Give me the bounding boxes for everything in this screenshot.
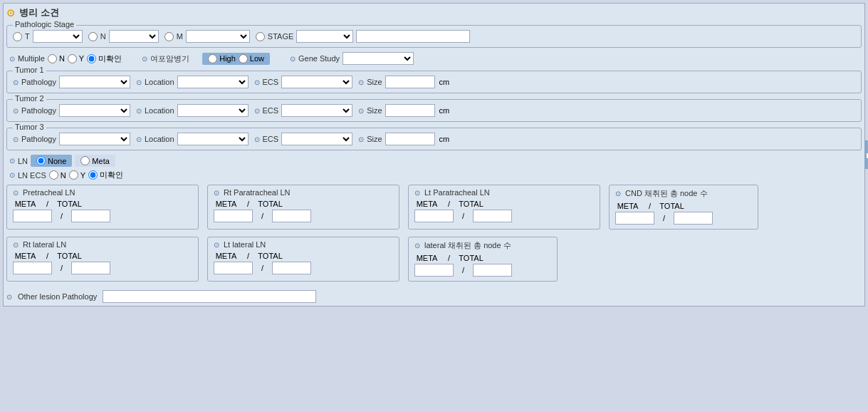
rt-para-meta-label: META <box>214 200 239 208</box>
tumor2-row: ⊙ Pathology ⊙ Location ⊙ ECS <box>13 104 855 117</box>
tumor3-pathology-select[interactable] <box>59 133 130 145</box>
m-radio[interactable] <box>164 32 174 41</box>
lt-para-total-input[interactable] <box>473 210 512 222</box>
gene-study-label: Gene Study <box>298 54 340 63</box>
ln-ecs-n-label[interactable]: N <box>49 170 66 180</box>
low-radio[interactable] <box>239 54 248 63</box>
multiple-uncertain-radio[interactable] <box>87 54 96 63</box>
ln-ecs-n-radio[interactable] <box>49 170 58 180</box>
tumor3-location-group: ⊙ Location <box>136 133 249 145</box>
tumor2-pathology-select[interactable] <box>59 104 130 117</box>
lt-lateral-total-input[interactable] <box>272 262 311 274</box>
rt-lateral-section: ⊙ Rt lateral LN META / TOTAL / <box>6 237 199 282</box>
ln-ecs-uncertain-label[interactable]: 미확인 <box>88 170 123 180</box>
tumor1-location-select[interactable] <box>177 76 249 88</box>
tumor3-size-input[interactable] <box>385 133 435 145</box>
high-radio[interactable] <box>208 54 217 63</box>
multiple-y-label[interactable]: Y <box>68 54 84 63</box>
tumor2-ecs-bullet: ⊙ <box>254 107 260 115</box>
main-container: ⊙ 병리 소견 Pathologic Stage T T1T2T3T4 N N0… <box>3 3 865 307</box>
ln-ecs-uncertain-text: 미확인 <box>100 170 123 180</box>
rt-paratracheal-label: Rt Paratracheal LN <box>224 188 291 197</box>
stage-radio[interactable] <box>256 32 265 41</box>
multiple-label: Multiple <box>18 54 45 63</box>
t-radio[interactable] <box>13 32 22 41</box>
multiple-uncertain-text: 미확인 <box>98 53 122 64</box>
lt-lateral-header: ⊙ Lt lateral LN <box>214 240 393 249</box>
high-low-group: High Low <box>202 53 270 65</box>
rt-para-total-input[interactable] <box>272 210 311 222</box>
stage-text-input[interactable] <box>356 30 470 43</box>
tumor3-section: Tumor 3 ⊙ Pathology ⊙ Location ⊙ ECS <box>6 128 862 150</box>
tumor2-location-select[interactable] <box>177 104 249 117</box>
other-lesion-input[interactable] <box>103 290 316 303</box>
ln-meta-radio[interactable] <box>80 156 90 165</box>
tumor1-size-input[interactable] <box>385 76 435 88</box>
gene-study-select[interactable] <box>343 52 414 65</box>
n-select[interactable]: N0N1N2 <box>109 30 159 43</box>
n-radio[interactable] <box>88 32 98 41</box>
lateral-total-meta-input[interactable] <box>414 264 454 277</box>
pretracheal-meta-label: META <box>13 200 38 208</box>
multiple-y-radio[interactable] <box>68 54 77 63</box>
tumor1-pathology-select[interactable] <box>59 76 130 88</box>
ln-ecs-y-text: Y <box>80 171 85 180</box>
n-field-group: N N0N1N2 <box>88 30 159 43</box>
ln-none-radio[interactable] <box>36 156 46 165</box>
stage-label: STAGE <box>268 32 293 41</box>
stage-select[interactable]: IIIIIIIV <box>296 30 353 43</box>
pretracheal-meta-input[interactable] <box>13 210 52 222</box>
rt-lateral-total-input[interactable] <box>71 262 110 274</box>
rt-para-meta-input[interactable] <box>214 210 253 222</box>
ln-meta-text: Meta <box>92 157 109 165</box>
ln-meta-radio-label[interactable]: Meta <box>75 155 115 167</box>
pretracheal-header: ⊙ Pretracheal LN <box>13 188 192 197</box>
ln-ecs-y-label[interactable]: Y <box>69 170 85 180</box>
tumor3-ecs-group: ⊙ ECS <box>254 133 353 145</box>
ln-ecs-uncertain-radio[interactable] <box>88 170 98 180</box>
lt-para-meta-input[interactable] <box>414 210 454 222</box>
t-field-group: T T1T2T3T4 <box>13 30 83 43</box>
lt-lateral-meta-label: META <box>214 252 239 260</box>
tumor2-ecs-label: ECS <box>263 106 279 115</box>
low-label[interactable]: Low <box>239 54 264 63</box>
tumor1-size-label: Size <box>367 78 382 86</box>
rt-lateral-meta-input[interactable] <box>13 262 52 274</box>
t-select[interactable]: T1T2T3T4 <box>33 30 83 43</box>
tumor3-location-label: Location <box>145 135 174 143</box>
ln-ecs-n-text: N <box>61 171 66 180</box>
tumor1-row: ⊙ Pathology ⊙ Location ⊙ ECS <box>13 76 855 88</box>
lateral-total-total-label: TOTAL <box>459 254 483 262</box>
m-select[interactable]: M0M1 <box>186 30 250 43</box>
multiple-uncertain-label[interactable]: 미확인 <box>87 53 122 64</box>
rt-paratracheal-section: ⊙ Rt Paratracheal LN META / TOTAL / <box>207 185 399 230</box>
pretracheal-total-input[interactable] <box>71 210 110 222</box>
ln-ecs-field-group: ⊙ LN ECS N Y 미확인 <box>9 170 123 180</box>
ln-ecs-y-radio[interactable] <box>69 170 78 180</box>
lt-lateral-meta-input[interactable] <box>214 262 253 274</box>
m-field-group: M M0M1 <box>164 30 250 43</box>
multiple-y-text: Y <box>79 54 84 63</box>
ln-ecs-row: ⊙ LN ECS N Y 미확인 <box>9 170 862 180</box>
high-label[interactable]: High <box>208 54 236 63</box>
ln-none-radio-label[interactable]: None <box>31 155 72 167</box>
tumor1-pathology-group: ⊙ Pathology <box>13 76 130 88</box>
ln-row: ⊙ LN None Meta <box>9 155 862 167</box>
tumor2-ecs-select[interactable] <box>281 104 352 117</box>
cnd-section: ⊙ CND 채취된 총 node 수 META / TOTAL / <box>609 185 758 230</box>
tumor1-ecs-select[interactable] <box>281 76 352 88</box>
tumor2-pathology-bullet: ⊙ <box>13 107 19 115</box>
tumor2-size-bullet: ⊙ <box>358 107 364 115</box>
cnd-meta-input[interactable] <box>615 212 654 225</box>
side-tab[interactable]: ▶ <box>864 140 868 169</box>
lt-lateral-bullet: ⊙ <box>214 241 219 249</box>
tumor3-location-select[interactable] <box>177 133 249 145</box>
multiple-n-radio[interactable] <box>48 54 57 63</box>
lateral-total-total-input[interactable] <box>473 264 512 277</box>
tumor3-title: Tumor 3 <box>13 123 46 131</box>
tumor1-section: Tumor 1 ⊙ Pathology ⊙ Location ⊙ ECS <box>6 71 862 93</box>
multiple-n-label[interactable]: N <box>48 54 65 63</box>
tumor2-size-input[interactable] <box>385 104 435 117</box>
tumor3-ecs-select[interactable] <box>281 133 352 145</box>
cnd-total-input[interactable] <box>674 212 713 225</box>
